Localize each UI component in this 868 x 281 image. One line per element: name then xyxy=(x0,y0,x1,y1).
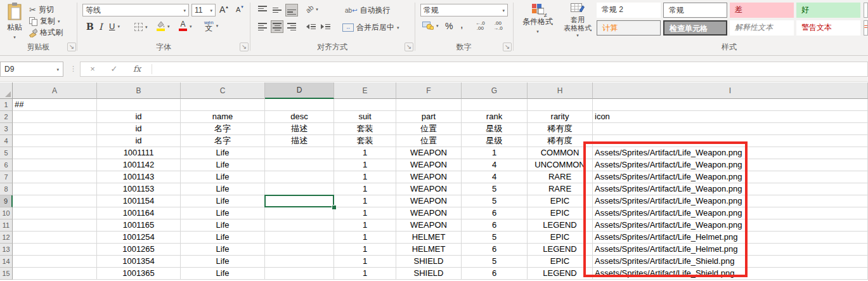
cell-H5[interactable]: COMMON xyxy=(528,147,593,159)
cell-G2[interactable]: rank xyxy=(462,111,528,123)
column-header-H[interactable]: H xyxy=(528,82,593,99)
column-header-A[interactable]: A xyxy=(13,82,97,99)
cell-E14[interactable]: 1 xyxy=(334,256,396,268)
orientation-button[interactable]: ab ▾ xyxy=(306,5,318,13)
cell-B8[interactable]: 1001153 xyxy=(97,183,181,195)
cell-G1[interactable] xyxy=(462,99,528,111)
cell-I4[interactable] xyxy=(593,135,868,147)
cell-B13[interactable]: 1001265 xyxy=(97,244,181,256)
cell-F9[interactable]: WEAPON xyxy=(396,195,462,207)
format-as-table-button[interactable]: 套用 表格格式 ▾ xyxy=(559,3,596,37)
row-header-8[interactable]: 8 xyxy=(0,183,13,195)
font-color-button[interactable]: A ▾ xyxy=(179,21,192,31)
cell-H1[interactable] xyxy=(528,99,593,111)
cell-G15[interactable]: 6 xyxy=(462,268,528,280)
cell-G3[interactable]: 星级 xyxy=(462,123,528,135)
cell-I12[interactable]: Assets/Sprites/Artifact/Life_Helmet.png xyxy=(593,232,868,244)
cell-F13[interactable]: HELMET xyxy=(396,244,462,256)
percent-style-button[interactable]: % xyxy=(445,21,453,31)
row-header-15[interactable]: 15 xyxy=(0,268,13,280)
cell-D13[interactable] xyxy=(265,244,334,256)
cell-D11[interactable] xyxy=(265,219,334,232)
cell-G13[interactable]: 6 xyxy=(462,244,528,256)
cell-C3[interactable]: 名字 xyxy=(181,123,265,135)
cell-F12[interactable]: HELMET xyxy=(396,232,462,244)
cell-G9[interactable]: 5 xyxy=(462,195,528,207)
conditional-formatting-button[interactable]: ≠ 条件格式 ▾ xyxy=(519,3,557,34)
cell-G14[interactable]: 5 xyxy=(462,256,528,268)
cell-A14[interactable] xyxy=(13,256,97,268)
cell-B1[interactable] xyxy=(97,99,181,111)
cell-A4[interactable] xyxy=(13,135,97,147)
row-header-9[interactable]: 9 xyxy=(0,195,13,207)
bold-button[interactable]: B xyxy=(86,22,94,32)
fill-color-button[interactable]: ▾ xyxy=(156,21,170,31)
format-painter-button[interactable]: 格式刷 xyxy=(29,27,63,38)
row-header-4[interactable]: 4 xyxy=(0,135,13,147)
style-cell-check[interactable]: 检查单元格 xyxy=(663,20,727,36)
cell-D2[interactable]: desc xyxy=(265,111,334,123)
cell-C11[interactable]: Life xyxy=(181,219,265,232)
cell-B5[interactable]: 1001111 xyxy=(97,147,181,159)
font-dialog-launcher[interactable]: ↘ xyxy=(240,42,249,51)
decrease-decimal-button[interactable]: .00→.0 xyxy=(493,21,503,31)
cell-C6[interactable]: Life xyxy=(181,159,265,171)
cell-H12[interactable]: EPIC xyxy=(528,232,593,244)
cell-I8[interactable]: Assets/Sprites/Artifact/Life_Weapon.png xyxy=(593,183,868,195)
font-size-select[interactable]: 11 ▾ xyxy=(191,4,216,16)
cell-B12[interactable]: 1001254 xyxy=(97,232,181,244)
column-header-C[interactable]: C xyxy=(181,82,265,99)
column-header-F[interactable]: F xyxy=(396,82,462,99)
insert-function-button[interactable]: fx xyxy=(130,62,144,76)
cell-G8[interactable]: 5 xyxy=(462,183,528,195)
cell-F7[interactable]: WEAPON xyxy=(396,171,462,183)
align-right-button[interactable] xyxy=(285,20,298,33)
increase-decimal-button[interactable]: ←.0.00 xyxy=(476,21,485,31)
cell-A11[interactable] xyxy=(13,219,97,232)
cell-E7[interactable]: 1 xyxy=(334,171,396,183)
style-cell-good[interactable]: 好 xyxy=(796,3,860,18)
cell-G7[interactable]: 4 xyxy=(462,171,528,183)
align-top-button[interactable] xyxy=(256,4,269,16)
cell-D7[interactable] xyxy=(265,171,334,183)
cell-B11[interactable]: 1001165 xyxy=(97,219,181,232)
cell-F6[interactable]: WEAPON xyxy=(396,159,462,171)
cell-A12[interactable] xyxy=(13,232,97,244)
cell-C15[interactable]: Life xyxy=(181,268,265,280)
column-header-D[interactable]: D xyxy=(265,82,334,99)
cell-A13[interactable] xyxy=(13,244,97,256)
cell-A5[interactable] xyxy=(13,147,97,159)
column-header-I[interactable]: I xyxy=(593,82,868,99)
number-dialog-launcher[interactable]: ↘ xyxy=(503,42,512,51)
cell-I10[interactable]: Assets/Sprites/Artifact/Life_Weapon.png xyxy=(593,207,868,219)
cell-I2[interactable]: icon xyxy=(593,111,868,123)
cell-H8[interactable]: RARE xyxy=(528,183,593,195)
cell-C4[interactable]: 名字 xyxy=(181,135,265,147)
name-box[interactable]: D9 ▾ xyxy=(0,62,63,77)
row-header-7[interactable]: 7 xyxy=(0,171,13,183)
row-header-1[interactable]: 1 xyxy=(0,99,13,111)
cell-B10[interactable]: 1001164 xyxy=(97,207,181,219)
style-cell-calc[interactable]: 计算 xyxy=(597,20,661,36)
cell-A7[interactable] xyxy=(13,171,97,183)
cell-C12[interactable]: Life xyxy=(181,232,265,244)
column-header-B[interactable]: B xyxy=(97,82,181,99)
row-header-12[interactable]: 12 xyxy=(0,232,13,244)
cell-E10[interactable]: 1 xyxy=(334,207,396,219)
cell-F8[interactable]: WEAPON xyxy=(396,183,462,195)
cell-I1[interactable] xyxy=(593,99,868,111)
formula-bar-drag-dots-icon[interactable]: ⋮ xyxy=(70,65,77,73)
cell-C13[interactable]: Life xyxy=(181,244,265,256)
cell-E3[interactable]: 套装 xyxy=(334,123,396,135)
cut-button[interactable]: ✂ 剪切 xyxy=(29,4,54,15)
cell-H9[interactable]: EPIC xyxy=(528,195,593,207)
cell-G5[interactable]: 1 xyxy=(462,147,528,159)
cell-D5[interactable] xyxy=(265,147,334,159)
cell-D12[interactable] xyxy=(265,232,334,244)
cell-A6[interactable] xyxy=(13,159,97,171)
cell-B14[interactable]: 1001354 xyxy=(97,256,181,268)
cell-H4[interactable]: 稀有度 xyxy=(528,135,593,147)
cell-A1[interactable]: ## xyxy=(13,99,97,111)
cell-F4[interactable]: 位置 xyxy=(396,135,462,147)
row-header-5[interactable]: 5 xyxy=(0,147,13,159)
